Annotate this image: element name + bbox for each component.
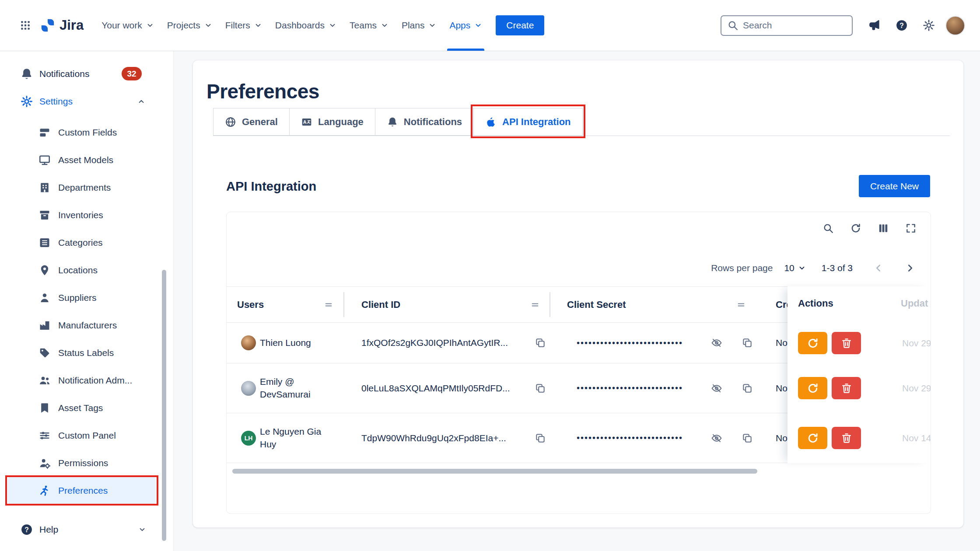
tab-notifications[interactable]: Notifications — [375, 108, 474, 136]
delete-token-button[interactable] — [832, 427, 861, 449]
column-separator[interactable] — [343, 292, 344, 317]
sidebar-item-permissions[interactable]: Permissions — [0, 449, 173, 477]
client-secret-value: ••••••••••••••••••••••••••• — [577, 338, 683, 348]
sidebar-item-asset-tags[interactable]: Asset Tags — [0, 394, 173, 422]
regenerate-token-button[interactable] — [798, 427, 827, 449]
help-circle-icon: ? — [20, 523, 33, 536]
sidebar-item-inventories[interactable]: Inventories — [0, 201, 173, 229]
drag-handle-icon[interactable] — [736, 300, 746, 310]
tab-general[interactable]: General — [213, 108, 290, 136]
sidebar-item-label: Suppliers — [58, 293, 97, 303]
nav-item-label: Projects — [167, 20, 200, 31]
sidebar-item-custom-fields[interactable]: Custom Fields — [0, 119, 173, 146]
settings-submenu: Custom Fields Asset Models Departments I… — [0, 119, 173, 504]
nav-item-apps[interactable]: Apps — [443, 0, 489, 51]
announcements-button[interactable] — [864, 15, 885, 36]
sidebar-item-settings[interactable]: Settings — [0, 87, 173, 115]
updated-value: Nov 29 — [902, 338, 931, 349]
horizontal-scrollbar[interactable] — [232, 469, 757, 474]
regenerate-token-button[interactable] — [798, 332, 827, 354]
delete-token-button[interactable] — [832, 332, 861, 354]
toggle-secret-button[interactable] — [711, 432, 722, 444]
sidebar-item-notification-admins[interactable]: Notification Adm... — [0, 366, 173, 394]
trash-icon — [840, 337, 853, 349]
refresh-icon — [850, 223, 861, 234]
sidebar-item-categories[interactable]: Categories — [0, 229, 173, 256]
chevron-down-icon — [254, 21, 262, 29]
column-header-users[interactable]: Users — [237, 287, 264, 322]
nav-item-label: Teams — [350, 20, 377, 31]
megaphone-icon — [868, 19, 881, 32]
nav-item-filters[interactable]: Filters — [219, 0, 269, 51]
sidebar-item-locations[interactable]: Locations — [0, 256, 173, 284]
sidebar-item-suppliers[interactable]: Suppliers — [0, 284, 173, 311]
sidebar-item-asset-models[interactable]: Asset Models — [0, 146, 173, 174]
sidebar-item-manufacturers[interactable]: Manufacturers — [0, 311, 173, 339]
svg-text:?: ? — [24, 526, 29, 534]
fullscreen-icon — [905, 223, 917, 234]
copy-client-id-button[interactable] — [535, 383, 546, 394]
chevron-down-icon — [798, 264, 806, 272]
nav-item-projects[interactable]: Projects — [161, 0, 219, 51]
client-secret-value: ••••••••••••••••••••••••••• — [577, 383, 683, 393]
column-header-client-secret[interactable]: Client Secret — [567, 287, 626, 322]
copy-secret-button[interactable] — [742, 383, 753, 394]
column-separator[interactable] — [550, 292, 550, 317]
table-search-button[interactable] — [822, 223, 834, 234]
copy-client-id-button[interactable] — [535, 337, 546, 349]
nav-item-label: Plans — [402, 20, 425, 31]
notifications-badge: 32 — [122, 67, 142, 80]
sidebar-item-label: Custom Panel — [58, 430, 116, 441]
copy-client-id-button[interactable] — [535, 432, 546, 444]
search-icon — [822, 223, 834, 234]
table-fullscreen-button[interactable] — [905, 223, 917, 234]
create-button[interactable]: Create — [496, 15, 544, 35]
previous-page-button[interactable] — [873, 262, 884, 274]
row-actions — [798, 332, 861, 354]
app-switcher-button[interactable] — [15, 15, 36, 36]
sidebar-item-preferences[interactable]: Preferences — [8, 477, 156, 504]
create-new-button[interactable]: Create New — [859, 175, 930, 197]
sidebar-item-departments[interactable]: Departments — [0, 174, 173, 201]
tab-api-integration[interactable]: API Integration — [473, 108, 582, 136]
sidebar-item-custom-panel[interactable]: Custom Panel — [0, 422, 173, 449]
copy-secret-button[interactable] — [742, 337, 753, 349]
help-button[interactable]: ? — [891, 15, 912, 36]
sidebar-item-help[interactable]: ? Help — [0, 516, 173, 543]
user-name: Thien Luong — [260, 337, 311, 349]
table-refresh-button[interactable] — [850, 223, 861, 234]
table-columns-button[interactable] — [878, 223, 889, 234]
sidebar-item-notifications[interactable]: Notifications 32 — [0, 60, 173, 87]
nav-item-teams[interactable]: Teams — [343, 0, 395, 51]
drag-handle-icon[interactable] — [324, 300, 333, 310]
settings-button[interactable] — [918, 15, 939, 36]
toggle-secret-button[interactable] — [711, 337, 722, 349]
search-icon — [727, 20, 738, 31]
tab-language[interactable]: A Language — [289, 108, 375, 136]
global-search[interactable] — [721, 15, 853, 36]
user-avatar[interactable] — [945, 16, 965, 35]
delete-token-button[interactable] — [832, 377, 861, 399]
drag-handle-icon[interactable] — [530, 300, 540, 310]
next-page-button[interactable] — [904, 262, 916, 274]
sidebar-item-label: Notifications — [39, 69, 89, 79]
row-actions — [798, 377, 861, 399]
sidebar-item-label: Help — [39, 524, 58, 535]
nav-item-plans[interactable]: Plans — [395, 0, 443, 51]
tab-label: Language — [318, 116, 364, 128]
jira-logo[interactable]: Jira — [40, 17, 84, 33]
api-icon — [485, 116, 497, 128]
copy-secret-button[interactable] — [742, 432, 753, 444]
toggle-secret-button[interactable] — [711, 383, 722, 394]
column-header-client-id[interactable]: Client ID — [361, 287, 400, 322]
search-input[interactable] — [743, 20, 846, 31]
sidebar-item-status-labels[interactable]: Status Labels — [0, 339, 173, 366]
refresh-icon — [807, 382, 819, 394]
actions-column-overlay: Actions Updat Nov 29 Nov 29 Nov 14 — [788, 286, 931, 463]
sidebar-scrollbar[interactable] — [162, 270, 166, 541]
client-secret-value: ••••••••••••••••••••••••••• — [577, 433, 683, 443]
nav-item-your-work[interactable]: Your work — [95, 0, 161, 51]
nav-item-dashboards[interactable]: Dashboards — [269, 0, 343, 51]
regenerate-token-button[interactable] — [798, 377, 827, 399]
page-size-select[interactable]: 10 — [784, 263, 805, 273]
